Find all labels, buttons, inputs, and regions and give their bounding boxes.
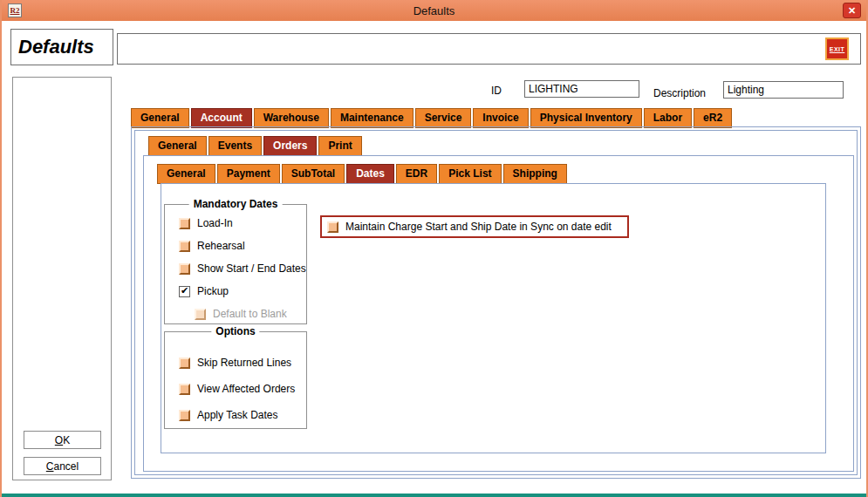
rehearsal-checkbox[interactable] bbox=[179, 241, 190, 252]
tab-l2-events[interactable]: Events bbox=[208, 136, 262, 156]
close-button[interactable]: ✕ bbox=[843, 3, 861, 18]
id-field[interactable] bbox=[524, 80, 639, 98]
mandatory-dates-group: Mandatory Dates Load-In Rehearsal Show S… bbox=[164, 204, 307, 324]
cancel-button[interactable]: Cancel bbox=[24, 457, 101, 475]
checkbox-row-skip-returned-lines[interactable]: Skip Returned Lines bbox=[179, 357, 306, 369]
checkbox-row-view-affected-orders[interactable]: View Affected Orders bbox=[179, 383, 306, 395]
page-heading-box: Defaults bbox=[10, 29, 113, 65]
tab-l1-maintenance[interactable]: Maintenance bbox=[331, 108, 413, 128]
window-bottom-edge bbox=[2, 494, 866, 497]
tab-l1-warehouse[interactable]: Warehouse bbox=[254, 108, 329, 128]
app-icon: R2 bbox=[8, 3, 22, 17]
checkbox-row-pickup[interactable]: Pickup bbox=[179, 285, 306, 297]
title-bar: R2 Defaults ✕ bbox=[2, 0, 866, 21]
tab-l3-general[interactable]: General bbox=[157, 164, 215, 184]
tab-l1-invoice[interactable]: Invoice bbox=[473, 108, 528, 128]
tab-l3-payment[interactable]: Payment bbox=[217, 164, 280, 184]
tab-l1-labor[interactable]: Labor bbox=[644, 108, 692, 128]
view-affected-orders-checkbox[interactable] bbox=[179, 384, 190, 395]
checkbox-row-apply-task-dates[interactable]: Apply Task Dates bbox=[179, 409, 306, 421]
toolbar: EXIT bbox=[117, 33, 861, 65]
sync-date-option-highlight[interactable]: Maintain Charge Start and Ship Date in S… bbox=[320, 215, 629, 238]
tab-l1-physical-inventory[interactable]: Physical Inventory bbox=[530, 108, 642, 128]
description-label: Description bbox=[653, 87, 706, 99]
checkbox-row-load-in[interactable]: Load-In bbox=[179, 217, 306, 229]
id-label: ID bbox=[491, 85, 502, 97]
tab-row-level1: General Account Warehouse Maintenance Se… bbox=[131, 108, 732, 128]
left-panel: OK Cancel bbox=[12, 77, 112, 480]
tab-l2-general[interactable]: General bbox=[148, 136, 207, 156]
apply-task-dates-checkbox[interactable] bbox=[179, 410, 190, 421]
page-title: Defaults bbox=[18, 36, 94, 58]
tab-l1-er2[interactable]: eR2 bbox=[694, 108, 732, 128]
ok-button[interactable]: OK bbox=[24, 431, 101, 449]
mandatory-dates-title: Mandatory Dates bbox=[189, 198, 283, 210]
tab-l3-subtotal[interactable]: SubTotal bbox=[282, 164, 345, 184]
checkbox-row-default-to-blank: Default to Blank bbox=[195, 308, 306, 320]
load-in-checkbox[interactable] bbox=[179, 218, 190, 229]
description-field[interactable] bbox=[723, 81, 844, 99]
exit-button[interactable]: EXIT bbox=[825, 37, 849, 60]
window-title: Defaults bbox=[413, 4, 455, 17]
tab-l2-orders[interactable]: Orders bbox=[263, 136, 317, 156]
tab-row-level2: General Events Orders Print bbox=[148, 136, 362, 156]
skip-returned-lines-checkbox[interactable] bbox=[179, 357, 190, 369]
options-group: Options Skip Returned Lines View Affecte… bbox=[164, 331, 307, 429]
default-to-blank-checkbox bbox=[195, 309, 206, 320]
options-title: Options bbox=[211, 325, 259, 337]
checkbox-row-show-start-end[interactable]: Show Start / End Dates bbox=[179, 262, 306, 275]
tab-l3-edr[interactable]: EDR bbox=[396, 164, 437, 184]
tab-l1-service[interactable]: Service bbox=[415, 108, 472, 128]
tab-l3-dates[interactable]: Dates bbox=[346, 164, 394, 184]
tab-row-level3: General Payment SubTotal Dates EDR Pick … bbox=[157, 164, 567, 184]
pickup-checkbox[interactable] bbox=[179, 286, 190, 297]
tab-l3-shipping[interactable]: Shipping bbox=[503, 164, 567, 184]
tab-l2-print[interactable]: Print bbox=[318, 136, 361, 156]
tab-l1-general[interactable]: General bbox=[131, 108, 189, 128]
defaults-window: R2 Defaults ✕ Defaults OK Cancel EXIT ID… bbox=[0, 0, 868, 497]
tab-l3-pick-list[interactable]: Pick List bbox=[439, 164, 501, 184]
sync-date-checkbox[interactable] bbox=[327, 221, 338, 233]
show-start-end-checkbox[interactable] bbox=[179, 263, 190, 275]
tab-l1-account[interactable]: Account bbox=[191, 108, 252, 128]
checkbox-row-rehearsal[interactable]: Rehearsal bbox=[179, 240, 306, 252]
